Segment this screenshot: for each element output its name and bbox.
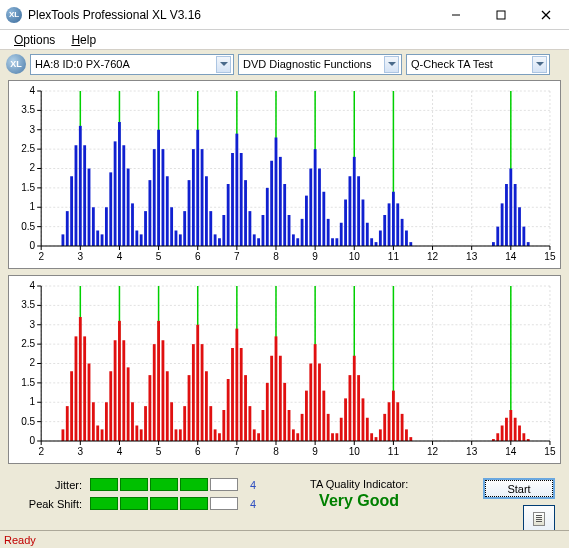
drive-dropdown[interactable]: HA:8 ID:0 PX-760A: [30, 54, 234, 75]
svg-rect-220: [114, 340, 117, 441]
svg-rect-223: [127, 367, 130, 441]
svg-text:5: 5: [156, 251, 162, 262]
svg-rect-65: [183, 211, 186, 246]
svg-rect-110: [379, 231, 382, 247]
svg-rect-113: [392, 192, 395, 246]
svg-rect-239: [196, 325, 199, 441]
meter-bar: [90, 478, 118, 491]
chart-area: 00.511.522.533.5423456789101112131415 00…: [0, 78, 569, 464]
svg-rect-54: [135, 231, 138, 247]
svg-text:2.5: 2.5: [21, 338, 35, 349]
statusbar: Ready: [0, 530, 569, 548]
svg-rect-296: [522, 433, 525, 441]
drive-dropdown-text: HA:8 ID:0 PX-760A: [35, 58, 214, 70]
svg-rect-50: [118, 122, 121, 246]
report-button[interactable]: [523, 505, 555, 533]
svg-rect-46: [101, 234, 104, 246]
svg-rect-221: [118, 321, 121, 441]
svg-rect-233: [170, 402, 173, 441]
svg-rect-226: [140, 429, 143, 441]
svg-text:14: 14: [505, 251, 517, 262]
svg-rect-119: [496, 227, 499, 246]
document-icon: [533, 512, 545, 526]
test-dropdown[interactable]: Q-Check TA Test: [406, 54, 550, 75]
meter-bar: [210, 478, 238, 491]
svg-rect-71: [209, 211, 212, 246]
close-button[interactable]: [523, 0, 569, 29]
menu-options[interactable]: Options: [8, 32, 61, 48]
svg-rect-262: [296, 433, 299, 441]
svg-rect-66: [188, 180, 191, 246]
svg-rect-265: [309, 364, 312, 442]
chevron-down-icon: [216, 56, 231, 73]
svg-rect-125: [522, 227, 525, 246]
svg-text:0.5: 0.5: [21, 416, 35, 427]
svg-rect-244: [218, 433, 221, 441]
svg-rect-58: [153, 149, 156, 246]
svg-rect-88: [283, 184, 286, 246]
meter-bar: [150, 478, 178, 491]
svg-rect-82: [257, 238, 260, 246]
svg-rect-93: [305, 196, 308, 246]
menu-help[interactable]: Help: [65, 32, 102, 48]
menubar: Options Help: [0, 30, 569, 49]
svg-rect-83: [262, 215, 265, 246]
svg-rect-75: [227, 184, 230, 246]
svg-rect-211: [75, 336, 78, 441]
svg-rect-97: [322, 192, 325, 246]
svg-rect-56: [144, 211, 147, 246]
start-button[interactable]: Start: [483, 478, 555, 499]
svg-rect-290: [496, 433, 499, 441]
svg-rect-118: [492, 242, 495, 246]
svg-rect-126: [527, 242, 530, 246]
svg-rect-39: [70, 176, 73, 246]
peakshift-bars: [90, 497, 238, 510]
svg-rect-238: [192, 344, 195, 441]
svg-rect-72: [214, 234, 217, 246]
maximize-button[interactable]: [478, 0, 523, 29]
svg-rect-120: [501, 203, 504, 246]
svg-rect-59: [157, 130, 160, 246]
svg-rect-248: [235, 329, 238, 441]
svg-rect-74: [222, 215, 225, 246]
svg-rect-281: [379, 429, 382, 441]
svg-text:9: 9: [312, 251, 318, 262]
quality-label: TA Quality Indicator:: [310, 478, 408, 490]
svg-rect-123: [514, 184, 517, 246]
svg-rect-280: [375, 437, 378, 441]
svg-text:8: 8: [273, 446, 279, 457]
svg-rect-264: [305, 391, 308, 441]
function-dropdown[interactable]: DVD Diagnostic Functions: [238, 54, 402, 75]
svg-text:10: 10: [349, 446, 361, 457]
svg-rect-217: [101, 429, 104, 441]
svg-rect-67: [192, 149, 195, 246]
svg-rect-53: [131, 203, 134, 246]
svg-text:2: 2: [30, 358, 36, 369]
svg-text:7: 7: [234, 446, 240, 457]
svg-text:6: 6: [195, 446, 201, 457]
svg-rect-111: [383, 215, 386, 246]
svg-rect-40: [75, 145, 78, 246]
chevron-down-icon: [384, 56, 399, 73]
svg-rect-117: [409, 242, 412, 246]
svg-rect-249: [240, 348, 243, 441]
svg-rect-209: [66, 406, 69, 441]
meters: Jitter: 4 Peak Shift: 4: [24, 478, 266, 510]
svg-rect-62: [170, 207, 173, 246]
svg-rect-242: [209, 406, 212, 441]
svg-rect-222: [122, 340, 125, 441]
svg-rect-292: [505, 418, 508, 441]
svg-rect-121: [505, 184, 508, 246]
svg-rect-241: [205, 371, 208, 441]
quality-block: TA Quality Indicator: Very Good: [310, 478, 408, 510]
jitter-label: Jitter:: [24, 479, 82, 491]
jitter-bars: [90, 478, 238, 491]
meter-bar: [180, 478, 208, 491]
svg-rect-261: [292, 429, 295, 441]
app-icon: XL: [6, 7, 22, 23]
svg-rect-213: [83, 336, 86, 441]
svg-rect-278: [366, 418, 369, 441]
minimize-button[interactable]: [433, 0, 478, 29]
svg-rect-101: [340, 223, 343, 246]
svg-rect-210: [70, 371, 73, 441]
